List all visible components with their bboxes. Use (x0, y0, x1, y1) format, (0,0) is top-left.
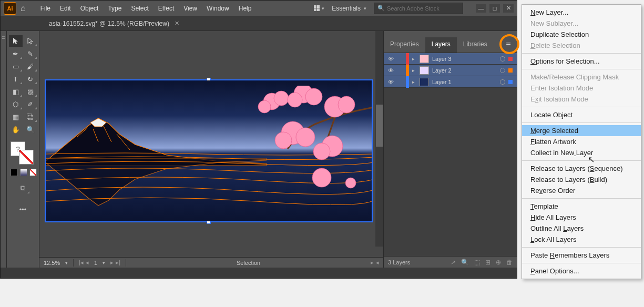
menu-item-flatten-artwork[interactable]: Flatten Artwork (522, 136, 641, 147)
menu-item-locate-object[interactable]: Locate Object (522, 109, 641, 120)
menu-type[interactable]: Type (104, 4, 126, 13)
none-mode-swatch[interactable] (29, 169, 37, 176)
minimize-button[interactable]: — (476, 4, 486, 13)
rectangle-tool[interactable]: ▭ (9, 60, 23, 72)
menu-edit[interactable]: Edit (56, 4, 75, 13)
tab-libraries[interactable]: Libraries (457, 37, 494, 53)
menu-item-hide-all-layers[interactable]: Hide All Layers (522, 212, 641, 223)
artboard-nav[interactable]: |◂◂ (79, 259, 89, 266)
topbar: Ai ⌂ FileEditObjectTypeSelectEffectViewW… (1, 1, 517, 16)
shape-builder-tool[interactable]: ⬡ (9, 98, 23, 110)
visibility-toggle-icon[interactable]: 👁 (384, 67, 397, 74)
menu-item-reverse-order[interactable]: Reverse Order (522, 185, 641, 196)
layer-name[interactable]: Layer 3 (432, 56, 500, 62)
panel-collapse-handle[interactable] (1, 31, 7, 268)
menu-item-lock-all-layers[interactable]: Lock All Layers (522, 234, 641, 245)
canvas-area: 12.5%▾ |◂◂ 1▾ ▸▸| Selection ▸◂ (39, 31, 383, 268)
stroke-swatch[interactable] (19, 150, 34, 165)
menu-item-new-layer[interactable]: New Layer... (522, 7, 641, 18)
visibility-toggle-icon[interactable]: 👁 (384, 79, 397, 85)
clipping-mask-icon[interactable]: ⬚ (474, 259, 480, 266)
document-tab[interactable]: asia-161552.svg* @ 12.5% (RGB/Preview) ✕ (43, 18, 186, 29)
layer-row[interactable]: 👁▸Layer 3 (384, 53, 517, 65)
vertical-scrollbar[interactable] (375, 31, 383, 247)
paintbrush-tool[interactable]: 🖌 (24, 60, 37, 72)
menu-item-duplicate-selection[interactable]: Duplicate Selection (522, 29, 641, 40)
svg-rect-17 (420, 78, 428, 86)
arrange-documents-icon[interactable]: ▾ (314, 5, 324, 11)
expand-layer-icon[interactable]: ▸ (412, 68, 420, 73)
close-tab-icon[interactable]: ✕ (175, 20, 179, 27)
menu-select[interactable]: Select (127, 4, 152, 13)
fill-stroke-swatch[interactable]: ? (8, 141, 37, 165)
rotate-tool[interactable]: ↻ (24, 73, 37, 85)
window-controls: — □ ✕ (476, 4, 514, 13)
workspace-switcher[interactable]: Essentials ▾ (332, 5, 366, 12)
target-icon[interactable] (500, 68, 505, 73)
menu-help[interactable]: Help (234, 4, 256, 13)
svg-point-9 (296, 128, 315, 147)
artboard-nav-next[interactable]: ▸▸| (110, 259, 120, 266)
gradient-tool[interactable]: ▦ (9, 111, 23, 122)
menu-item-release-to-layers-sequence[interactable]: Release to Layers (Sequence) (522, 163, 641, 174)
menu-item-outline-all-layers[interactable]: Outline All Layers (522, 223, 641, 234)
close-button[interactable]: ✕ (503, 4, 514, 13)
hand-tool[interactable]: ✋ (9, 124, 23, 135)
direct-selection-tool[interactable] (24, 35, 37, 47)
play-icon[interactable]: ▸ (371, 259, 374, 266)
eraser-tool[interactable]: ◧ (9, 86, 23, 97)
search-layers-icon[interactable]: 🔍 (461, 259, 469, 266)
new-layer-icon[interactable]: ⊕ (496, 259, 501, 266)
expand-layer-icon[interactable]: ▸ (412, 56, 420, 62)
place-tool[interactable]: ⿻ (24, 111, 37, 122)
canvas-viewport[interactable] (39, 31, 383, 257)
svg-rect-16 (420, 67, 428, 74)
tab-properties[interactable]: Properties (384, 37, 425, 53)
color-mode-swatch[interactable] (11, 169, 18, 176)
expand-layer-icon[interactable]: ▸ (412, 79, 420, 85)
layer-row[interactable]: 👁▸Layer 1 (384, 76, 517, 88)
visibility-toggle-icon[interactable]: 👁 (384, 56, 397, 62)
menu-item-template[interactable]: Template (522, 201, 641, 212)
search-input[interactable] (387, 5, 459, 12)
menu-item-collect-in-new-layer[interactable]: Collect in New Layer (522, 147, 641, 158)
target-icon[interactable] (500, 79, 505, 85)
gradient-mode-swatch[interactable] (20, 169, 27, 176)
target-icon[interactable] (500, 56, 505, 62)
eyedropper-tool[interactable]: ✐ (24, 98, 37, 110)
edit-toolbar-button[interactable]: ••• (16, 203, 30, 215)
search-stock[interactable]: 🔍 (374, 3, 463, 14)
scrollbar-thumb[interactable] (376, 105, 383, 147)
curvature-tool[interactable]: ✎ (24, 48, 37, 59)
menu-view[interactable]: View (179, 4, 201, 13)
menu-window[interactable]: Window (202, 4, 233, 13)
maximize-button[interactable]: □ (489, 4, 500, 13)
menu-object[interactable]: Object (76, 4, 103, 13)
zoom-tool[interactable]: 🔍 (24, 124, 37, 135)
type-tool[interactable]: T (9, 73, 23, 85)
menu-item-panel-options[interactable]: Panel Options... (522, 265, 641, 277)
svg-point-10 (275, 132, 292, 149)
menu-effect[interactable]: Effect (154, 4, 178, 13)
locate-object-icon[interactable]: ↗ (451, 259, 456, 266)
pen-tool[interactable]: ✒ (9, 48, 23, 59)
zoom-level[interactable]: 12.5% (44, 260, 60, 266)
new-sublayer-icon[interactable]: ⊞ (485, 259, 490, 266)
panel-flyout-menu-button[interactable]: ≡ (503, 39, 514, 50)
menu-item-paste-remembers-layers[interactable]: Paste Remembers Layers (522, 250, 641, 261)
menu-item-merge-selected[interactable]: Merge Selected (522, 125, 641, 136)
home-icon[interactable]: ⌂ (21, 4, 26, 13)
layer-name[interactable]: Layer 1 (432, 79, 500, 85)
menu-item-release-to-layers-build[interactable]: Release to Layers (Build) (522, 174, 641, 185)
selection-bounds[interactable] (45, 79, 373, 222)
menu-file[interactable]: File (36, 4, 55, 13)
delete-layer-icon[interactable]: 🗑 (506, 259, 513, 266)
menu-item-options-for-selection[interactable]: Options for Selection... (522, 56, 641, 67)
layer-row[interactable]: 👁▸Layer 2 (384, 65, 517, 76)
screen-mode-tool[interactable]: ⧉ (16, 182, 30, 194)
layer-name[interactable]: Layer 2 (432, 67, 500, 74)
scale-tool[interactable]: ▨ (24, 86, 37, 97)
artboard-number[interactable]: 1 (94, 260, 97, 266)
selection-tool[interactable] (9, 35, 23, 47)
tab-layers[interactable]: Layers (425, 37, 457, 53)
